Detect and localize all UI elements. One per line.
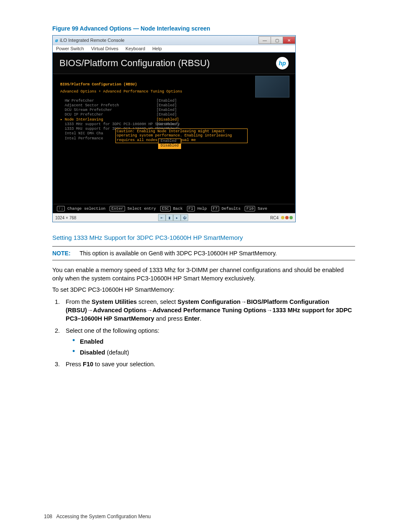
note-text: This option is available on Gen8 with 3D…	[79, 250, 277, 257]
body-paragraph: You can enable a memory speed of 1333 Mh…	[52, 266, 355, 283]
opt-name: DCU Stream Prefetcher	[60, 108, 156, 113]
footer-text: Accessing the System Configuration Menu	[56, 514, 151, 519]
text: screen, select	[137, 298, 178, 305]
key-name: F10	[83, 361, 93, 368]
led-green-icon	[289, 216, 293, 219]
opt-val: [Enabled]	[156, 99, 177, 103]
ilo-window: ⌀ iLO Integrated Remote Console — ▢ ✕ Po…	[52, 35, 296, 222]
status-resolution: 1024 × 768	[55, 216, 76, 220]
page-footer: 108 Accessing the System Configuration M…	[44, 514, 151, 519]
key-f10-label: Save	[258, 206, 267, 211]
opt-name: Adjacent Sector Prefetch	[60, 103, 156, 108]
bios-footer-keys: ↑↓ Change selection Enter Select entry E…	[53, 204, 295, 213]
key-updown-label: Change selection	[67, 206, 105, 211]
server-image	[255, 76, 289, 98]
opt-name-selected[interactable]: Node Interleaving	[60, 118, 156, 122]
section-heading: Setting 1333 MHz Support for 3DPC PC3-10…	[52, 234, 355, 241]
led-yellow-icon	[281, 216, 284, 219]
key-f7-label: Defaults	[222, 206, 241, 211]
text: and press	[154, 315, 184, 322]
step-2: Select one of the following options: Ena…	[61, 326, 355, 357]
window-statusbar: 1024 × 768 ⇤ ▮ ▸ ⏻ RC4	[53, 213, 295, 222]
key-f1-icon: F1	[187, 206, 195, 211]
caution-box: Caution: Enabling Node Interleaving migh…	[115, 129, 248, 143]
option-label: Disabled	[80, 349, 105, 356]
window-menubar: Power Switch Virtual Drives Keyboard Hel…	[53, 45, 295, 52]
key-esc-icon: ESC	[160, 206, 171, 211]
status-button[interactable]: ⏻	[181, 214, 188, 221]
step-3: Press F10 to save your selection.	[61, 360, 355, 368]
figure-caption: Figure 99 Advanced Options — Node Interl…	[52, 25, 355, 32]
body-paragraph: To set 3DPC PC3-10600H HP SmartMemory:	[52, 286, 355, 294]
text: to save your selection.	[93, 361, 155, 368]
window-titlebar: ⌀ iLO Integrated Remote Console — ▢ ✕	[53, 36, 295, 45]
option-label: Enabled	[80, 338, 103, 345]
opt-val: [Enabled]	[156, 108, 177, 113]
text: From the	[66, 298, 92, 305]
led-red-icon	[285, 216, 289, 219]
breadcrumb-path: Advanced Options + Advanced Performance …	[60, 90, 288, 94]
maximize-button[interactable]: ▢	[271, 36, 283, 44]
opt-name: HW Prefetcher	[60, 99, 156, 103]
opt-name: DCU IP Prefetcher	[60, 113, 156, 117]
menu-keyboard[interactable]: Keyboard	[125, 46, 145, 51]
ui-name: System Utilities	[92, 298, 137, 305]
ui-name: Advanced Options	[93, 307, 146, 314]
dropdown-option-disabled[interactable]: Disabled	[159, 144, 181, 148]
status-leds	[281, 216, 293, 219]
bios-body: BIOS/Platform Configuration (RBSU) Advan…	[53, 74, 295, 204]
note-block: NOTE: This option is available on Gen8 w…	[52, 246, 355, 260]
arrow-icon: →	[266, 307, 273, 314]
opt-val: [Enabled]	[156, 113, 177, 117]
text: Select one of the following options:	[66, 327, 159, 334]
opt-val-selected: [Disabled]	[156, 118, 179, 122]
status-button[interactable]: ▸	[173, 214, 181, 221]
text: Press	[66, 361, 83, 368]
minimize-button[interactable]: —	[258, 36, 271, 44]
bios-header: BIOS/Platform Configuration (RBSU) hp	[53, 52, 295, 74]
breadcrumb-root: BIOS/Platform Configuration (RBSU)	[60, 82, 137, 87]
arrow-icon: →	[87, 307, 93, 314]
ui-name: System Configuration	[178, 298, 241, 305]
status-button[interactable]: ▮	[166, 214, 173, 221]
hp-logo-icon: hp	[276, 57, 289, 69]
note-label: NOTE:	[52, 250, 71, 257]
node-interleaving-dropdown[interactable]: Enabled Disabled	[158, 139, 181, 149]
option-disabled: Disabled (default)	[80, 348, 355, 357]
arrow-icon: →	[146, 307, 153, 314]
key-esc-label: Back	[173, 206, 183, 211]
key-f10-icon: F10	[245, 206, 255, 211]
close-button[interactable]: ✕	[283, 36, 295, 44]
opt-val: [Disabled]	[156, 122, 179, 127]
key-name: Enter	[184, 315, 200, 322]
opt-val: [Enabled]	[156, 103, 177, 108]
key-enter-label: Select entry	[128, 206, 156, 211]
opt-name: 1333 MHz support for 3DPC PC3-10600H HP …	[60, 122, 156, 127]
dropdown-option-enabled[interactable]: Enabled	[159, 139, 181, 144]
menu-help[interactable]: Help	[152, 46, 162, 51]
key-updown-icon: ↑↓	[57, 206, 65, 211]
arrow-icon: →	[240, 298, 247, 305]
key-f7-icon: F7	[211, 206, 219, 211]
menu-virtual-drives[interactable]: Virtual Drives	[91, 46, 118, 51]
status-button[interactable]: ⇤	[158, 214, 166, 221]
key-f1-label: Help	[197, 206, 207, 211]
bios-title: BIOS/Platform Configuration (RBSU)	[59, 58, 210, 69]
option-enabled: Enabled	[80, 337, 355, 346]
steps-list: From the System Utilities screen, select…	[52, 298, 355, 369]
menu-power-switch[interactable]: Power Switch	[56, 46, 84, 51]
ui-name: Advanced Performance Tuning Options	[153, 307, 266, 314]
page-number: 108	[44, 514, 52, 519]
hp-icon: ⌀	[55, 38, 58, 43]
key-enter-icon: Enter	[110, 206, 125, 211]
status-rc: RC4	[270, 216, 279, 220]
text: (default)	[105, 349, 129, 356]
window-title: iLO Integrated Remote Console	[60, 38, 125, 43]
step-1: From the System Utilities screen, select…	[61, 298, 355, 323]
